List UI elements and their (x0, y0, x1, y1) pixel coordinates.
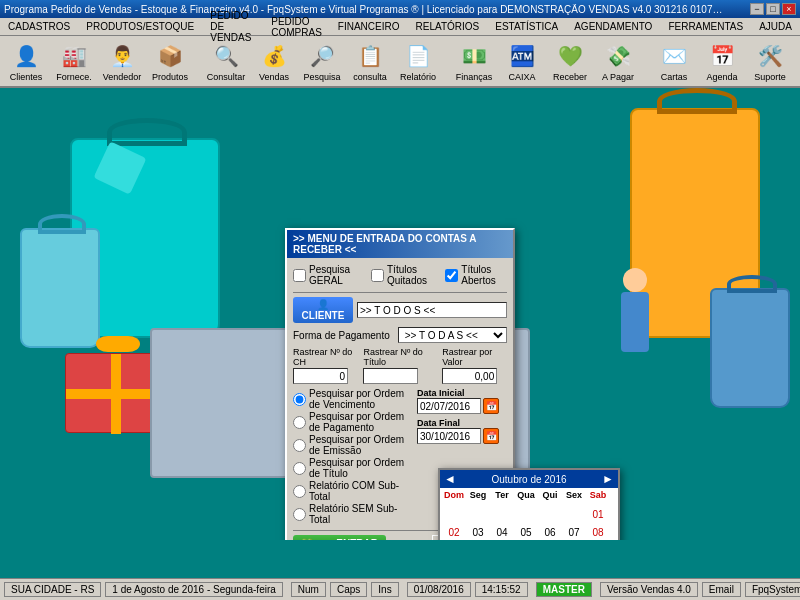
status-num: Num (291, 582, 326, 597)
data-final-input[interactable] (417, 428, 481, 444)
fornece-btn[interactable]: 🏭 Fornece. (52, 37, 96, 85)
consulta2-btn-label: consulta (353, 72, 387, 82)
dow-sex: Sex (562, 490, 586, 506)
agenda-btn-icon: 📅 (706, 40, 738, 72)
cal-day-05[interactable]: 05 (514, 524, 538, 540)
maximize-btn[interactable]: □ (766, 3, 780, 15)
radio-vencimento-input[interactable] (293, 393, 306, 406)
cal-day-01[interactable]: 01 (586, 506, 610, 524)
apagar-btn[interactable]: 💸 A Pagar (596, 37, 640, 85)
cal-day-02[interactable]: 02 (442, 524, 466, 540)
clientes-btn[interactable]: 👤 Clientes (4, 37, 48, 85)
consultar-btn-label: Consultar (207, 72, 246, 82)
btn-entrar-label: >>> ENTRAR (316, 538, 378, 540)
track-ch-label: Rastrear Nº do CH (293, 347, 359, 367)
radio-emissao-input[interactable] (293, 439, 306, 452)
cal-day-04[interactable]: 04 (490, 524, 514, 540)
agenda-btn[interactable]: 📅 Agenda (700, 37, 744, 85)
status-date2: 01/08/2016 (407, 582, 471, 597)
bag-handle-orange (657, 88, 737, 114)
radio-pagamento-input[interactable] (293, 416, 306, 429)
receber-btn-icon: 💚 (554, 40, 586, 72)
status-location: SUA CIDADE - RS (4, 582, 101, 597)
cb-abertos-input[interactable] (445, 269, 458, 282)
cliente-btn[interactable]: 👤 CLIENTE (293, 297, 353, 323)
cal-day-08[interactable]: 08 (586, 524, 610, 540)
track-valor-label: Rastrear por Valor (442, 347, 507, 367)
cal-day-07[interactable]: 07 (562, 524, 586, 540)
cal-icon-final[interactable]: 📅 (483, 428, 499, 444)
menu-item-relatrios[interactable]: RELATÓRIOS (408, 19, 488, 34)
track-titulo-input[interactable] (363, 368, 418, 384)
menu-item-agendamento[interactable]: AGENDAMENTO (566, 19, 660, 34)
cartas-btn-icon: ✉️ (658, 40, 690, 72)
minimize-btn[interactable]: − (750, 3, 764, 15)
vendas-btn[interactable]: 💰 Vendas (252, 37, 296, 85)
status-bar: SUA CIDADE - RS 1 de Agosto de 2016 - Se… (0, 578, 800, 600)
data-final-label: Data Final (417, 418, 507, 428)
financas-btn-icon: 💵 (458, 40, 490, 72)
radio-titulo-input[interactable] (293, 462, 306, 475)
menu-item-ferramentas[interactable]: FERRAMENTAS (660, 19, 751, 34)
receber-btn[interactable]: 💚 Receber (548, 37, 592, 85)
bag-handle-blue (38, 214, 86, 234)
consultar-btn[interactable]: 🔍 Consultar (204, 37, 248, 85)
radio-com-subtotal: Relatório COM Sub-Total (293, 480, 411, 502)
menu-item-estatstica[interactable]: ESTATÍSTICA (487, 19, 566, 34)
cb-quitados-input[interactable] (371, 269, 384, 282)
toolbar: 👤 Clientes 🏭 Fornece. 👨‍💼 Vendedor 📦 Pro… (0, 36, 800, 88)
relatorio-btn-icon: 📄 (402, 40, 434, 72)
financas-btn[interactable]: 💵 Finanças (452, 37, 496, 85)
track-titulo-label: Rastrear Nº do Título (363, 347, 438, 367)
data-final-field: 📅 (417, 428, 507, 444)
close-btn[interactable]: × (782, 3, 796, 15)
data-inicial-group: Data Inicial 📅 (417, 388, 507, 414)
menu-item-produtosestoque[interactable]: PRODUTOS/ESTOQUE (78, 19, 202, 34)
relatorio-btn[interactable]: 📄 Relatório (396, 37, 440, 85)
apagar-btn-icon: 💸 (602, 40, 634, 72)
main-area: >> MENU DE ENTRADA DO CONTAS A RECEBER <… (0, 88, 800, 540)
cb-pesquisa-input[interactable] (293, 269, 306, 282)
consulta2-btn[interactable]: 📋 consulta (348, 37, 392, 85)
forma-select[interactable]: >> T O D A S << (398, 327, 507, 343)
cal-month-year: Outubro de 2016 (491, 474, 566, 485)
cal-prev-btn[interactable]: ◄ (444, 472, 456, 486)
pesquisa-btn[interactable]: 🔎 Pesquisa (300, 37, 344, 85)
menu-item-financeiro[interactable]: FINANCEIRO (330, 19, 408, 34)
email-btn[interactable]: 📧 E-MAIL (796, 37, 800, 85)
dow-ter: Ter (490, 490, 514, 506)
suporte-btn[interactable]: 🛠️ Suporte (748, 37, 792, 85)
caixa-btn[interactable]: 🏧 CAIXA (500, 37, 544, 85)
vendedor-btn[interactable]: 👨‍💼 Vendedor (100, 37, 144, 85)
cal-icon-inicial[interactable]: 📅 (483, 398, 499, 414)
clientes-btn-label: Clientes (10, 72, 43, 82)
menu-item-ajuda[interactable]: AJUDA (751, 19, 800, 34)
vendas-btn-label: Vendas (259, 72, 289, 82)
radio-com-subtotal-input[interactable] (293, 485, 306, 498)
status-email[interactable]: Email (702, 582, 741, 597)
data-inicial-input[interactable] (417, 398, 481, 414)
cal-next-btn[interactable]: ► (602, 472, 614, 486)
cal-dow-row: Dom Seg Ter Qua Qui Sex Sab (442, 490, 616, 506)
cal-day-03[interactable]: 03 (466, 524, 490, 540)
track-ch-input[interactable] (293, 368, 348, 384)
radio-com-subtotal-label: Relatório COM Sub-Total (309, 480, 411, 502)
menu-item-pedidocompras[interactable]: PEDIDO COMPRAS (263, 14, 330, 40)
track-valor-input[interactable] (442, 368, 497, 384)
status-time: 14:15:52 (475, 582, 528, 597)
cal-day-empty (562, 506, 586, 524)
cartas-btn[interactable]: ✉️ Cartas (652, 37, 696, 85)
bag-blue-r (710, 288, 790, 408)
produtos-btn[interactable]: 📦 Produtos (148, 37, 192, 85)
vendedor-btn-icon: 👨‍💼 (106, 40, 138, 72)
dow-dom: Dom (442, 490, 466, 506)
apagar-btn-label: A Pagar (602, 72, 634, 82)
menu-item-cadastros[interactable]: CADASTROS (0, 19, 78, 34)
radio-sem-subtotal-input[interactable] (293, 508, 306, 521)
radio-pagamento: Pesquisar por Ordem de Pagamento (293, 411, 411, 433)
cal-day-empty (490, 506, 514, 524)
cliente-input[interactable] (357, 302, 507, 318)
btn-entrar[interactable]: 💚 >>> ENTRAR (293, 535, 386, 540)
radio-sem-subtotal: Relatório SEM Sub-Total (293, 503, 411, 525)
cal-day-06[interactable]: 06 (538, 524, 562, 540)
